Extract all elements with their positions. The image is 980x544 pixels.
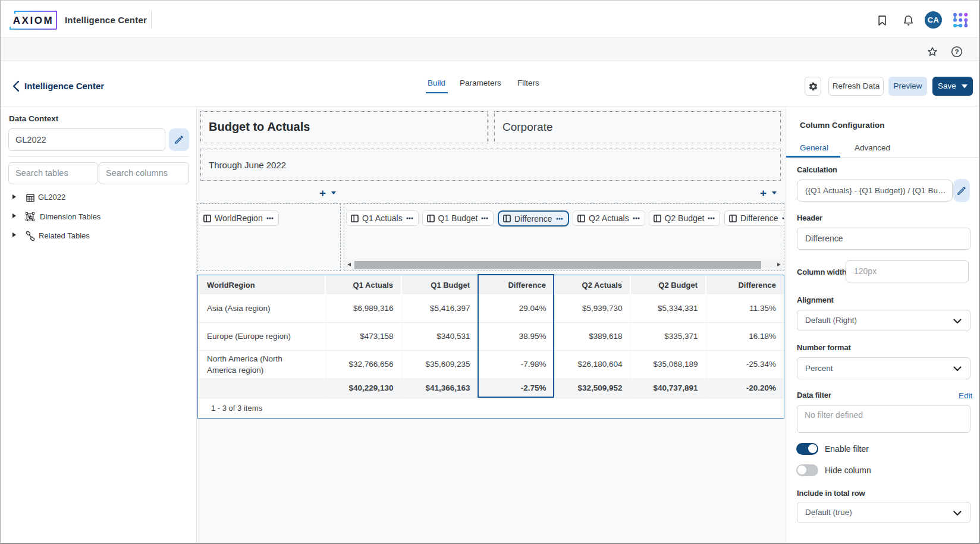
- svg-text:?: ?: [954, 48, 959, 55]
- svg-text:AXIOM: AXIOM: [13, 15, 54, 26]
